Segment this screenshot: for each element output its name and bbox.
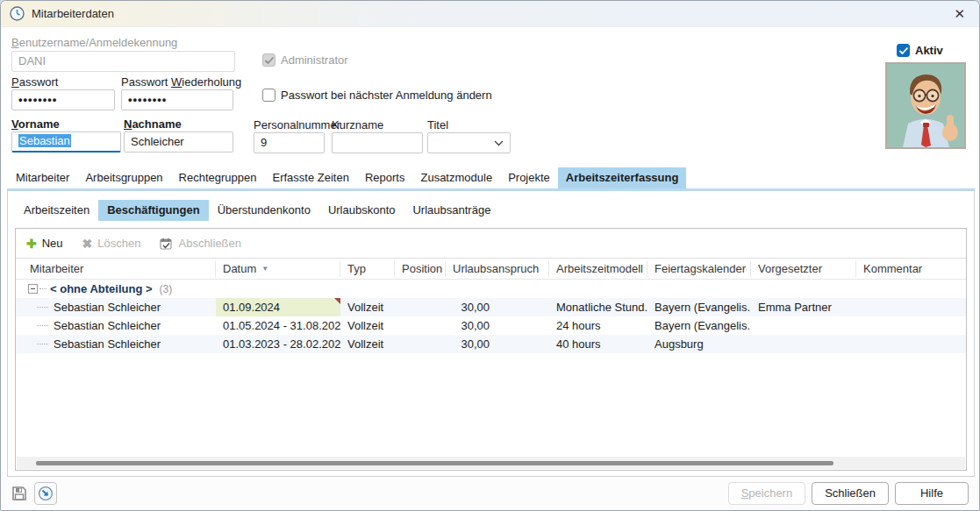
firstname-field[interactable]: Sebastian <box>11 131 121 153</box>
save-button[interactable]: Speichern <box>728 482 806 505</box>
employee-data-window: Mitarbeiterdaten ✕ Benutzername/Anmeldek… <box>0 0 980 511</box>
subtab-urlaubskonto[interactable]: Urlaubskonto <box>319 200 404 221</box>
password-repeat-label: Passwort Wiederholung <box>121 75 241 89</box>
col-vorgesetzter[interactable]: Vorgesetzter <box>751 261 856 277</box>
tree-line <box>37 325 48 326</box>
administrator-checkbox[interactable]: Administrator <box>262 53 348 67</box>
change-password-checkbox[interactable]: Passwort bei nächster Anmeldung ändern <box>262 89 492 102</box>
collapse-icon[interactable] <box>28 284 38 294</box>
subtab-urlaubsantraege[interactable]: Urlaubsanträge <box>404 200 499 221</box>
col-feiertagskalender[interactable]: Feiertagskalender <box>647 261 751 277</box>
clock-icon <box>10 6 25 21</box>
lastname-label: Nachname <box>124 117 182 131</box>
lastname-field[interactable]: Schleicher <box>124 131 233 153</box>
group-count: (3) <box>160 283 173 295</box>
subtab-arbeitszeiten[interactable]: Arbeitszeiten <box>15 200 98 221</box>
checkbox-checked-icon <box>897 44 910 57</box>
title-bar: Mitarbeiterdaten ✕ <box>1 1 979 27</box>
tab-arbeitszeiterfassung[interactable]: Arbeitszeiterfassung <box>558 167 687 188</box>
group-row[interactable]: < ohne Abteilung > (3) <box>16 280 966 298</box>
horizontal-scrollbar-thumb[interactable] <box>36 461 833 465</box>
delete-button[interactable]: ✖ Löschen <box>82 237 141 250</box>
username-label: Benutzername/Anmeldekennung <box>11 36 177 49</box>
close-button[interactable]: Schließen <box>812 482 889 505</box>
selected-text: Sebastian <box>18 134 71 147</box>
table-toolbar: ✚ Neu ✖ Löschen Abschließen <box>16 229 966 259</box>
password-field[interactable]: •••••••• <box>11 89 115 110</box>
window-title: Mitarbeiterdaten <box>32 7 114 20</box>
checkbox-checked-icon <box>262 53 275 67</box>
col-urlaubsanspruch[interactable]: Urlaubsanspruch <box>446 261 549 277</box>
tab-zusatzmodule[interactable]: Zusatzmodule <box>412 167 500 188</box>
sync-icon-button[interactable] <box>34 482 57 505</box>
tab-reports[interactable]: Reports <box>357 167 413 188</box>
employments-groupbox: ✚ Neu ✖ Löschen Abschließen <box>15 228 967 471</box>
col-datum[interactable]: Datum▼ <box>216 261 340 277</box>
subtab-beschaeftigungen[interactable]: Beschäftigungen <box>98 200 208 221</box>
chevron-down-icon <box>494 140 504 146</box>
checkbox-unchecked-icon <box>262 89 275 102</box>
table-row[interactable]: Sebastian Schleicher 01.09.2024 Vollzeit… <box>16 298 966 316</box>
complete-button[interactable]: Abschließen <box>160 237 241 250</box>
tree-line <box>37 307 48 308</box>
plus-icon: ✚ <box>26 238 37 250</box>
subtab-ueberstundenkonto[interactable]: Überstundenkonto <box>209 200 319 221</box>
firstname-label: Vorname <box>11 117 60 131</box>
tree-line <box>37 344 48 344</box>
personnel-number-field[interactable]: 9 <box>254 132 325 153</box>
avatar-cartoon-man <box>887 64 964 147</box>
col-typ[interactable]: Typ <box>340 261 395 277</box>
table-row[interactable]: Sebastian Schleicher 01.05.2024 - 31.08.… <box>16 316 966 335</box>
tab-panel: Arbeitszeiten Beschäftigungen Überstunde… <box>7 188 975 477</box>
title-label: Titel <box>427 118 448 131</box>
tab-projekte[interactable]: Projekte <box>500 167 558 188</box>
tab-arbeitsgruppen[interactable]: Arbeitsgruppen <box>77 167 170 188</box>
horizontal-scrollbar[interactable] <box>17 457 965 469</box>
employee-form: Benutzername/Anmeldekennung DANI Adminis… <box>1 27 979 167</box>
help-button[interactable]: Hilfe <box>895 482 969 505</box>
footer-bar: Speichern Schließen Hilfe <box>1 477 979 510</box>
tab-rechtegruppen[interactable]: Rechtegruppen <box>171 167 265 188</box>
col-kommentar[interactable]: Kommentar <box>856 261 953 277</box>
password-label: Passwort <box>11 75 58 89</box>
new-button[interactable]: ✚ Neu <box>26 237 63 250</box>
col-mitarbeiter[interactable]: Mitarbeiter <box>16 261 216 277</box>
sync-arrow-icon <box>38 486 54 501</box>
delete-x-icon: ✖ <box>82 238 93 250</box>
group-label: < ohne Abteilung > <box>50 282 153 295</box>
username-field[interactable]: DANI <box>11 51 235 72</box>
close-icon[interactable]: ✕ <box>950 5 969 22</box>
date-cell-highlighted[interactable]: 01.09.2024 <box>216 298 340 316</box>
table-row[interactable]: Sebastian Schleicher 01.03.2023 - 28.02.… <box>16 335 966 353</box>
employee-photo <box>885 62 966 149</box>
sub-tab-bar: Arbeitszeiten Beschäftigungen Überstunde… <box>15 200 499 221</box>
save-icon-button[interactable] <box>8 482 31 505</box>
tab-mitarbeiter[interactable]: Mitarbeiter <box>8 167 77 188</box>
active-checkbox[interactable]: Aktiv <box>897 44 943 57</box>
personnel-number-label: Personalnummer <box>254 118 340 131</box>
floppy-icon <box>11 486 27 501</box>
col-position[interactable]: Position <box>395 261 446 277</box>
shortname-label: Kurzname <box>332 118 383 131</box>
tab-erfasste-zeiten[interactable]: Erfasste Zeiten <box>265 167 357 188</box>
title-select[interactable] <box>427 132 511 153</box>
col-arbeitszeitmodell[interactable]: Arbeitszeitmodell <box>549 261 647 277</box>
dialog-buttons: Speichern Schließen Hilfe <box>728 482 969 505</box>
table-header: Mitarbeiter Datum▼ Typ Position Urlaubsa… <box>16 259 966 280</box>
main-tab-bar: Mitarbeiter Arbeitsgruppen Rechtegruppen… <box>8 167 686 188</box>
calendar-icon <box>160 238 173 250</box>
password-repeat-field[interactable]: •••••••• <box>121 89 233 110</box>
shortname-field[interactable] <box>332 132 423 153</box>
sort-desc-icon: ▼ <box>261 265 268 273</box>
